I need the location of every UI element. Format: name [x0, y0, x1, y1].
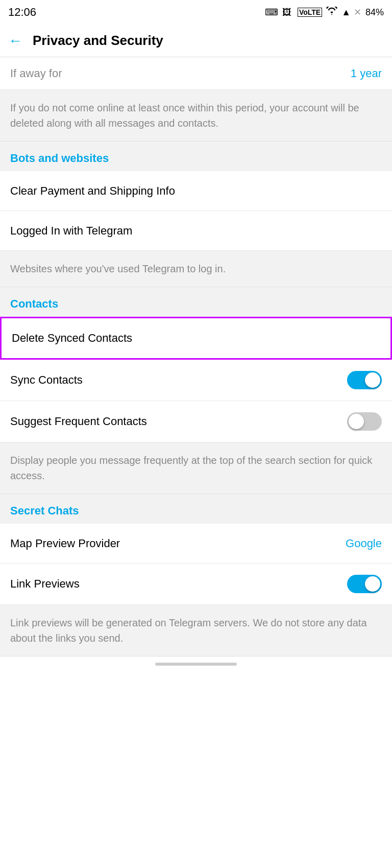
- wifi-icon: [326, 7, 337, 18]
- account-deletion-info: If you do not come online at least once …: [0, 90, 392, 142]
- link-previews-toggle[interactable]: [347, 575, 382, 593]
- status-time: 12:06: [8, 6, 36, 19]
- home-indicator: [0, 656, 392, 672]
- top-bar: ← Privacy and Security: [0, 25, 392, 57]
- link-previews-item[interactable]: Link Previews: [0, 564, 392, 605]
- away-for-label: If away for: [10, 67, 62, 80]
- link-previews-info-text: Link previews will be generated on Teleg…: [10, 617, 367, 644]
- bots-websites-section-header: Bots and websites: [0, 142, 392, 171]
- sync-contacts-item[interactable]: Sync Contacts: [0, 360, 392, 401]
- signal-icon: ▲: [341, 7, 351, 18]
- clear-payment-label: Clear Payment and Shipping Info: [10, 184, 175, 198]
- battery-level: 84%: [365, 7, 384, 18]
- link-previews-label: Link Previews: [10, 577, 80, 591]
- gallery-icon: 🖼: [282, 7, 291, 18]
- sync-contacts-toggle[interactable]: [347, 371, 382, 389]
- sync-contacts-toggle-knob: [365, 372, 380, 388]
- map-preview-label: Map Preview Provider: [10, 537, 120, 550]
- link-previews-info: Link previews will be generated on Teleg…: [0, 605, 392, 656]
- status-icons: ⌨ 🖼 VoLTE ▲ ✕ 84%: [265, 7, 384, 18]
- frequent-contacts-info-text: Display people you message frequently at…: [10, 455, 372, 481]
- secret-chats-heading: Secret Chats: [10, 504, 79, 517]
- suggest-frequent-item[interactable]: Suggest Frequent Contacts: [0, 401, 392, 442]
- suggest-frequent-toggle-knob: [349, 414, 364, 429]
- status-bar: 12:06 ⌨ 🖼 VoLTE ▲ ✕ 84%: [0, 0, 392, 25]
- map-preview-item[interactable]: Map Preview Provider Google: [0, 524, 392, 564]
- secret-chats-section-header: Secret Chats: [0, 494, 392, 524]
- delete-synced-contacts-label: Delete Synced Contacts: [12, 332, 132, 345]
- websites-info-text: Websites where you've used Telegram to l…: [10, 263, 226, 274]
- volte-icon: VoLTE: [298, 8, 322, 17]
- map-preview-value: Google: [346, 537, 382, 550]
- bots-websites-heading: Bots and websites: [10, 152, 109, 165]
- contacts-section-header: Contacts: [0, 287, 392, 317]
- account-deletion-text: If you do not come online at least once …: [10, 102, 359, 129]
- logged-in-telegram-item[interactable]: Logged In with Telegram: [0, 211, 392, 251]
- suggest-frequent-toggle[interactable]: [347, 412, 382, 431]
- suggest-frequent-label: Suggest Frequent Contacts: [10, 415, 147, 428]
- sync-contacts-label: Sync Contacts: [10, 373, 83, 387]
- websites-info: Websites where you've used Telegram to l…: [0, 251, 392, 287]
- logged-in-telegram-label: Logged In with Telegram: [10, 224, 132, 238]
- away-for-item[interactable]: If away for 1 year: [0, 57, 392, 90]
- frequent-contacts-info: Display people you message frequently at…: [0, 442, 392, 494]
- link-previews-toggle-knob: [365, 576, 380, 592]
- clear-payment-item[interactable]: Clear Payment and Shipping Info: [0, 171, 392, 211]
- contacts-heading: Contacts: [10, 297, 58, 310]
- signal-x-icon: ✕: [354, 7, 361, 18]
- home-bar: [155, 663, 237, 666]
- keyboard-icon: ⌨: [265, 7, 278, 18]
- delete-synced-contacts-item[interactable]: Delete Synced Contacts: [0, 317, 392, 360]
- back-button[interactable]: ←: [8, 33, 22, 49]
- away-for-value: 1 year: [351, 67, 382, 80]
- page-title: Privacy and Security: [33, 33, 163, 49]
